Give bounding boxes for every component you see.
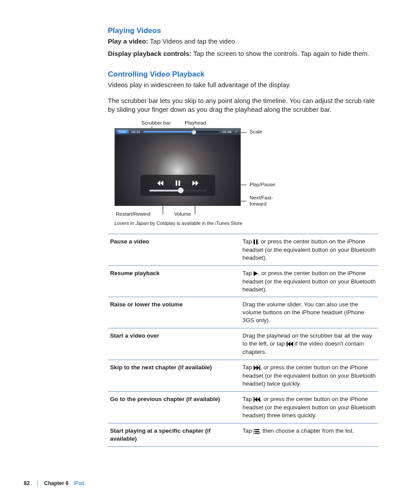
callout-label: Scrubber bar	[141, 120, 170, 125]
playhead[interactable]	[192, 130, 196, 135]
pause-icon	[254, 238, 258, 246]
section-heading: Playing Videos	[108, 26, 378, 35]
svg-rect-10	[254, 239, 255, 244]
list-icon	[254, 427, 259, 435]
table-row: Start a video overDrag the playhead on t…	[108, 328, 378, 360]
figure-credit: Lovers in Japan by Coldplay is available…	[114, 221, 319, 226]
svg-rect-16	[255, 429, 259, 430]
playback-controls	[140, 175, 215, 196]
table-cell-action: Raise or lower the volume	[108, 297, 240, 328]
table-cell-action: Pause a video	[108, 234, 240, 265]
table-cell-action: Go to the previous chapter (if available…	[108, 391, 240, 423]
paragraph: The scrubber bar lets you skip to any po…	[108, 96, 378, 114]
scrubber-bar[interactable]	[144, 131, 219, 132]
callout-label: Restart/Rewind	[116, 211, 151, 217]
section-heading: Controlling Video Playback	[108, 70, 378, 79]
prev-icon	[287, 340, 293, 348]
figure: Scrubber bar Playhead Done	[108, 120, 319, 226]
callout-label: Playhead	[185, 120, 206, 125]
svg-rect-11	[256, 239, 258, 244]
paragraph: Play a video: Tap Videos and tap the vid…	[108, 37, 378, 46]
table-row: Pause a videoTap , or press the center b…	[108, 234, 378, 265]
svg-rect-9	[178, 180, 180, 186]
table-row: Raise or lower the volumeDrag the volume…	[108, 297, 378, 328]
table-cell-description: Tap , then choose a chapter from the lis…	[240, 423, 378, 446]
controls-table: Pause a videoTap , or press the center b…	[108, 234, 378, 447]
table-cell-action: Resume playback	[108, 265, 240, 297]
volume-slider[interactable]	[149, 190, 206, 191]
table-cell-description: Drag the playhead on the scrubber bar al…	[240, 328, 378, 360]
play-icon	[254, 270, 258, 278]
table-cell-description: Tap , or press the center button on the …	[240, 265, 378, 297]
svg-rect-12	[287, 342, 287, 346]
table-row: Skip to the next chapter (if available)T…	[108, 360, 378, 392]
table-row: Resume playbackTap , or press the center…	[108, 265, 378, 297]
remaining-time: -01:36	[221, 130, 232, 134]
previous-icon[interactable]	[156, 179, 163, 187]
svg-rect-17	[254, 431, 254, 432]
svg-rect-19	[254, 433, 254, 434]
table-cell-description: Drag the volume slider. You can also use…	[240, 297, 378, 328]
prev-icon	[254, 396, 260, 404]
table-cell-action: Start playing at a specific chapter (if …	[108, 423, 240, 446]
svg-rect-13	[259, 365, 260, 370]
table-cell-description: Tap , or press the center button on the …	[240, 391, 378, 423]
svg-rect-8	[176, 180, 177, 186]
callout-label: Volume	[174, 211, 191, 217]
svg-rect-14	[254, 397, 254, 402]
paragraph: Videos play in widescreen to take full a…	[108, 81, 378, 89]
table-cell-description: Tap , or press the center button on the …	[240, 360, 378, 392]
scale-button[interactable]: ⤢	[235, 130, 239, 134]
table-cell-action: Start a video over	[108, 328, 240, 360]
svg-rect-20	[255, 433, 259, 434]
table-cell-action: Skip to the next chapter (if available)	[108, 360, 240, 392]
table-row: Go to the previous chapter (if available…	[108, 391, 378, 423]
svg-rect-15	[254, 429, 254, 430]
table-row: Start playing at a specific chapter (if …	[108, 423, 378, 446]
next-icon	[254, 364, 260, 372]
done-button[interactable]: Done	[117, 130, 129, 134]
video-player: Done 02:31 -01:36 ⤢	[114, 128, 241, 206]
page-number: 82	[24, 480, 29, 486]
callout-label: Play/Pause	[250, 182, 275, 187]
page-footer: 82 Chapter 6 iPod	[0, 480, 85, 486]
callout-label: Scale	[250, 129, 262, 134]
next-icon[interactable]	[192, 179, 199, 187]
svg-rect-18	[255, 431, 259, 432]
paragraph: Display playback controls: Tap the scree…	[108, 49, 378, 58]
elapsed-time: 02:31	[132, 130, 140, 134]
callout-label: Next/Fast-forward	[250, 195, 280, 207]
pause-icon[interactable]	[176, 179, 180, 187]
table-cell-description: Tap , or press the center button on the …	[240, 234, 378, 265]
